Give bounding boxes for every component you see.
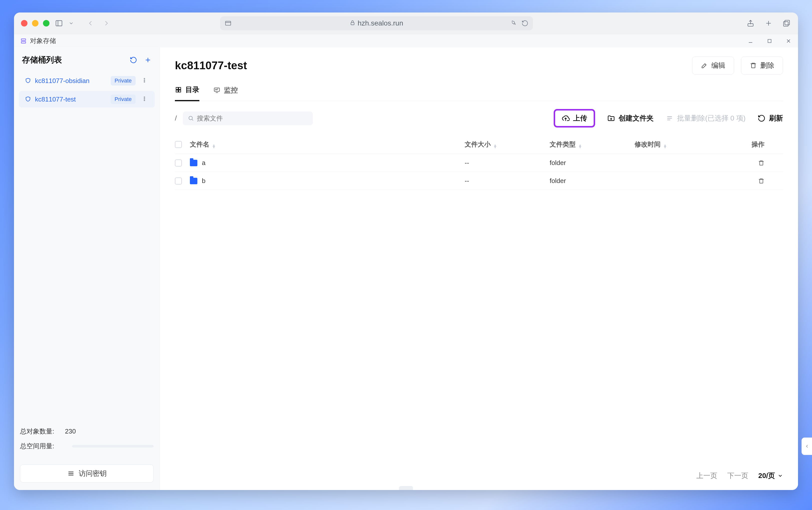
svg-rect-2 [225, 21, 231, 25]
bucket-title: kc811077-test [175, 59, 247, 72]
pagination: 上一页 下一页 20/页 [696, 471, 783, 481]
storage-icon [20, 37, 27, 45]
svg-rect-27 [752, 64, 755, 68]
access-key-label: 访问密钥 [79, 469, 107, 478]
maximize-window-dot[interactable] [43, 20, 50, 27]
file-type: folder [550, 159, 635, 167]
col-size[interactable]: 文件大小▲▼ [465, 140, 550, 149]
col-name[interactable]: 文件名▲▼ [190, 140, 465, 149]
space-usage-label: 总空间用量: [20, 442, 65, 451]
sidebar-title: 存储桶列表 [22, 55, 62, 65]
minimize-window-dot[interactable] [32, 20, 38, 27]
list-icon [666, 114, 673, 122]
app-minimize-icon[interactable] [747, 37, 754, 45]
space-usage-bar [72, 445, 154, 448]
svg-point-22 [144, 98, 145, 99]
select-all-checkbox[interactable] [175, 141, 182, 148]
search-input[interactable] [197, 114, 308, 122]
svg-rect-28 [176, 87, 178, 89]
nav-forward-icon[interactable] [102, 19, 111, 28]
row-checkbox[interactable] [175, 177, 182, 185]
bucket-name: kc811077-obsidian [35, 77, 89, 85]
sidebar: 存储桶列表 kc811077-obsidian Private [14, 48, 160, 490]
refresh-buckets-icon[interactable] [130, 56, 137, 64]
svg-rect-8 [785, 20, 789, 25]
tab-monitor[interactable]: 监控 [213, 85, 238, 101]
close-window-dot[interactable] [21, 20, 28, 27]
refresh-icon [757, 114, 765, 122]
chevron-down-icon[interactable] [68, 19, 74, 28]
svg-rect-4 [351, 23, 354, 25]
table-row[interactable]: b -- folder [175, 172, 783, 190]
nav-back-icon[interactable] [86, 19, 95, 28]
bucket-item-test[interactable]: kc811077-test Private [19, 91, 155, 108]
cloud-upload-icon [562, 114, 570, 122]
edit-button[interactable]: 编辑 [692, 57, 734, 75]
browser-toolbar: hzh.sealos.run [14, 12, 798, 34]
bucket-item-obsidian[interactable]: kc811077-obsidian Private [19, 73, 155, 89]
sidebar-toggle-icon[interactable] [55, 19, 63, 28]
access-key-button[interactable]: 访问密钥 [20, 464, 154, 482]
svg-rect-30 [176, 90, 178, 92]
reload-icon[interactable] [521, 20, 529, 27]
col-ops: 操作 [740, 140, 764, 149]
svg-point-19 [144, 80, 145, 81]
next-page[interactable]: 下一页 [727, 471, 748, 481]
app-maximize-icon[interactable] [766, 37, 773, 45]
upload-button[interactable]: 上传 [554, 109, 595, 128]
file-type: folder [550, 177, 635, 185]
col-type[interactable]: 文件类型▲▼ [550, 140, 635, 149]
row-delete-icon[interactable] [740, 178, 764, 184]
bucket-name: kc811077-test [35, 95, 76, 103]
app-tab-label: 对象存储 [30, 36, 56, 45]
row-delete-icon[interactable] [740, 160, 764, 166]
svg-rect-9 [783, 22, 788, 26]
new-tab-icon[interactable] [764, 19, 773, 28]
svg-rect-29 [179, 87, 181, 89]
object-count-value: 230 [65, 427, 76, 435]
bucket-badge: Private [111, 76, 136, 85]
bulk-delete-button: 批量删除(已选择 0 项) [666, 113, 746, 123]
svg-rect-43 [760, 179, 763, 183]
file-table: 文件名▲▼ 文件大小▲▼ 文件类型▲▼ 修改时间▲▼ 操作 a -- folde… [175, 135, 783, 190]
file-name: a [202, 159, 205, 167]
app-close-icon[interactable] [785, 37, 792, 45]
col-modified[interactable]: 修改时间▲▼ [635, 140, 740, 149]
create-folder-button[interactable]: 创建文件夹 [607, 113, 654, 123]
prev-page[interactable]: 上一页 [696, 471, 717, 481]
tab-overview-icon[interactable] [782, 19, 791, 28]
table-row[interactable]: a -- folder [175, 154, 783, 172]
refresh-button[interactable]: 刷新 [757, 113, 783, 123]
site-settings-icon[interactable] [224, 20, 232, 27]
bucket-badge: Private [111, 94, 136, 104]
shield-icon [25, 96, 31, 103]
svg-point-23 [144, 100, 145, 101]
svg-rect-13 [768, 39, 771, 42]
traffic-lights [21, 20, 50, 27]
svg-rect-10 [21, 39, 26, 40]
bottom-handle-icon[interactable] [399, 486, 413, 490]
svg-rect-42 [760, 161, 763, 165]
bucket-more-icon[interactable] [142, 95, 149, 103]
share-icon[interactable] [746, 19, 755, 28]
folder-plus-icon [607, 114, 615, 122]
app-tab-object-storage[interactable]: 对象存储 [20, 36, 56, 45]
search-icon [188, 115, 194, 121]
file-size: -- [465, 177, 550, 185]
svg-line-35 [192, 119, 193, 120]
search-box[interactable] [183, 112, 313, 125]
row-checkbox[interactable] [175, 160, 182, 167]
bucket-more-icon[interactable] [142, 77, 149, 85]
lock-icon [350, 19, 355, 27]
breadcrumb[interactable]: / [175, 114, 177, 122]
svg-point-18 [144, 78, 145, 79]
translate-icon[interactable] [510, 20, 517, 27]
add-bucket-icon[interactable] [144, 56, 152, 64]
page-size-select[interactable]: 20/页 [758, 471, 783, 481]
edge-drawer-toggle[interactable] [802, 437, 812, 455]
svg-point-21 [144, 96, 145, 97]
tab-catalog[interactable]: 目录 [175, 85, 200, 101]
delete-button[interactable]: 删除 [741, 57, 783, 75]
file-name: b [202, 177, 205, 185]
url-bar[interactable]: hzh.sealos.run [220, 16, 533, 30]
